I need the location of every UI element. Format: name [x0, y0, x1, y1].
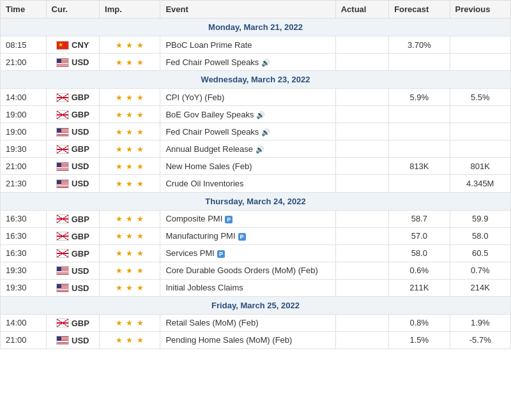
importance-stars: ★ ★ ★: [116, 128, 144, 137]
event-time: 19:30: [1, 140, 47, 158]
event-name: Manufacturing PMIP: [160, 227, 335, 244]
event-previous: 1.9%: [450, 314, 510, 331]
gbp-flag-icon: [56, 214, 69, 223]
table-row: 16:30GBP★ ★ ★Composite PMIP58.759.9: [1, 210, 511, 227]
event-importance: ★ ★ ★: [100, 262, 160, 279]
event-actual: [335, 279, 388, 296]
usd-flag-icon: [56, 266, 69, 275]
event-forecast: [389, 175, 450, 192]
header-time: Time: [1, 1, 47, 19]
event-actual: [335, 158, 388, 175]
event-forecast: [389, 106, 450, 123]
table-row: 21:00USD★ ★ ★Fed Chair Powell Speaks🔊: [1, 54, 511, 71]
table-row: 19:00USD★ ★ ★Fed Chair Powell Speaks🔊: [1, 123, 511, 140]
currency-label: GBP: [72, 144, 89, 154]
day-header-label: Friday, March 25, 2022: [1, 296, 511, 314]
header-currency: Cur.: [46, 1, 99, 19]
preliminary-badge: P: [225, 216, 233, 223]
event-actual: [335, 227, 388, 244]
table-row: 19:30USD★ ★ ★Initial Jobless Claims211K2…: [1, 279, 511, 296]
currency-label: USD: [72, 179, 89, 189]
event-importance: ★ ★ ★: [100, 244, 160, 262]
table-row: 21:00USD★ ★ ★New Home Sales (Feb)813K801…: [1, 158, 511, 175]
currency-label: GBP: [72, 232, 89, 241]
event-previous: 214K: [450, 279, 510, 296]
table-row: 16:30GBP★ ★ ★Manufacturing PMIP57.058.0: [1, 227, 511, 244]
day-header-row: Monday, March 21, 2022: [1, 19, 511, 36]
speaker-icon[interactable]: 🔊: [256, 111, 264, 119]
header-event: Event: [160, 1, 335, 19]
event-previous: -5.7%: [450, 331, 510, 349]
event-name: PBoC Loan Prime Rate: [160, 36, 335, 54]
event-importance: ★ ★ ★: [100, 158, 160, 175]
currency-label: USD: [72, 127, 89, 137]
table-row: 21:00USD★ ★ ★Pending Home Sales (MoM) (F…: [1, 331, 511, 349]
day-header-row: Thursday, March 24, 2022: [1, 192, 511, 210]
gbp-flag-icon: [56, 110, 69, 119]
economic-calendar-table: Time Cur. Imp. Event Actual Forecast Pre…: [0, 0, 511, 349]
event-previous: [450, 106, 510, 123]
gbp-flag-icon: [56, 319, 69, 327]
importance-stars: ★ ★ ★: [116, 41, 144, 50]
event-forecast: 0.8%: [389, 314, 450, 331]
event-currency: GBP: [46, 210, 99, 227]
event-name: Services PMIP: [160, 244, 335, 262]
event-name: Annual Budget Release🔊: [160, 140, 335, 158]
speaker-icon[interactable]: 🔊: [256, 146, 263, 153]
event-currency: USD: [46, 158, 99, 175]
table-row: 19:30USD★ ★ ★Core Durable Goods Orders (…: [1, 262, 511, 279]
currency-label: USD: [72, 283, 89, 293]
table-row: 16:30GBP★ ★ ★Services PMIP58.060.5: [1, 244, 511, 262]
event-actual: [335, 314, 388, 331]
event-previous: [450, 36, 510, 54]
day-header-label: Wednesday, March 23, 2022: [1, 71, 511, 89]
event-time: 21:00: [1, 331, 47, 349]
header-forecast: Forecast: [389, 1, 450, 19]
event-actual: [335, 175, 388, 192]
event-name: Retail Sales (MoM) (Feb): [160, 314, 335, 331]
usd-flag-icon: [56, 162, 69, 171]
usd-flag-icon: [56, 283, 69, 292]
event-previous: 60.5: [450, 244, 510, 262]
table-row: 14:00GBP★ ★ ★CPI (YoY) (Feb)5.9%5.5%: [1, 89, 511, 106]
day-header-row: Wednesday, March 23, 2022: [1, 71, 511, 89]
day-header-label: Thursday, March 24, 2022: [1, 192, 511, 210]
event-currency: USD: [46, 123, 99, 140]
event-actual: [335, 89, 388, 106]
event-forecast: 211K: [389, 279, 450, 296]
event-forecast: 58.7: [389, 210, 450, 227]
event-forecast: 1.5%: [389, 331, 450, 349]
speaker-icon[interactable]: 🔊: [261, 128, 269, 136]
event-previous: 5.5%: [450, 89, 510, 106]
importance-stars: ★ ★ ★: [116, 266, 144, 275]
event-currency: USD: [46, 54, 99, 71]
event-forecast: 0.6%: [389, 262, 450, 279]
currency-label: GBP: [72, 214, 89, 224]
event-actual: [335, 210, 388, 227]
currency-label: GBP: [72, 249, 89, 259]
event-time: 14:00: [1, 89, 47, 106]
event-importance: ★ ★ ★: [100, 210, 160, 227]
speaker-icon[interactable]: 🔊: [261, 59, 269, 66]
event-importance: ★ ★ ★: [100, 175, 160, 192]
table-row: 19:00GBP★ ★ ★BoE Gov Bailey Speaks🔊: [1, 106, 511, 123]
event-actual: [335, 244, 388, 262]
event-forecast: 58.0: [389, 244, 450, 262]
event-importance: ★ ★ ★: [100, 279, 160, 296]
header-previous: Previous: [450, 1, 510, 19]
day-header-label: Monday, March 21, 2022: [1, 19, 511, 36]
event-time: 16:30: [1, 227, 47, 244]
event-actual: [335, 54, 388, 71]
importance-stars: ★ ★ ★: [116, 110, 144, 119]
event-importance: ★ ★ ★: [100, 89, 160, 106]
event-name: Core Durable Goods Orders (MoM) (Feb): [160, 262, 335, 279]
event-forecast: 3.70%: [389, 36, 450, 54]
event-currency: GBP: [46, 244, 99, 262]
event-actual: [335, 262, 388, 279]
event-time: 19:00: [1, 106, 47, 123]
event-time: 19:30: [1, 279, 47, 296]
currency-label: GBP: [72, 319, 89, 328]
event-time: 19:00: [1, 123, 47, 140]
event-currency: GBP: [46, 314, 99, 331]
event-forecast: [389, 123, 450, 140]
